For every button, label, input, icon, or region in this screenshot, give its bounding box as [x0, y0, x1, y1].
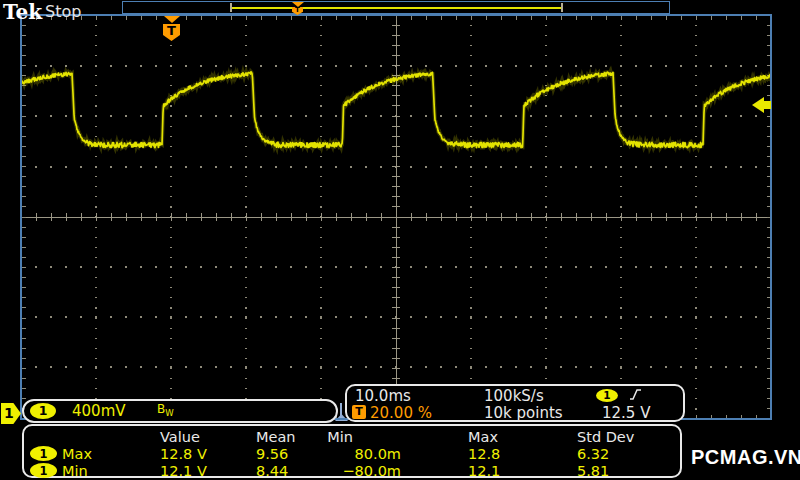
col-header-min: Min [279, 429, 401, 445]
ch1-badge: 1 [30, 463, 57, 478]
measurement-max: 12.8 [468, 446, 500, 462]
record-trigger-t-icon: T [292, 7, 303, 15]
trigger-t-icon: T [352, 405, 366, 419]
bandwidth-limit-icon: BW [157, 402, 174, 418]
measurement-row-min: 1 Min 12.1 V 8.44 −80.0m 12.1 5.81 [24, 463, 680, 479]
time-per-div-readout: 10.0ms [355, 387, 411, 405]
ch1-readout-box: 1 400mV BW [22, 399, 338, 423]
graticule-grid [21, 15, 771, 419]
pcmag-watermark: PCMAG.VN [691, 446, 800, 469]
trigger-level-readout: 12.5 V [602, 404, 650, 422]
trigger-level-arrow[interactable] [751, 96, 773, 114]
record-view-bar[interactable]: T [122, 1, 670, 14]
measurement-header-row: Value Mean Min Max Std Dev [24, 429, 680, 445]
col-header-stddev: Std Dev [577, 429, 634, 445]
measurement-table: Value Mean Min Max Std Dev 1 Max 12.8 V … [22, 424, 682, 478]
acquisition-status: Stop [45, 2, 81, 21]
ch1-badge: 1 [30, 446, 57, 461]
trigger-position-marker[interactable]: T [163, 16, 180, 41]
left-arrow-icon [752, 97, 771, 113]
ch1-badge: 1 [30, 403, 56, 419]
record-trigger-arrow-icon [292, 2, 304, 7]
record-trigger-marker[interactable]: T [292, 2, 304, 15]
measurement-row-max: 1 Max 12.8 V 9.56 80.0m 12.8 6.32 [24, 446, 680, 462]
trigger-position-t-icon: T [163, 24, 180, 41]
record-window-segment [232, 7, 562, 9]
horizontal-trigger-readout-box: 10.0ms T 20.00 % 100kS/s 10k points 1 12… [345, 384, 685, 422]
col-header-max: Max [468, 429, 498, 445]
measurement-value: 12.1 V [160, 463, 207, 479]
record-window-bracket-left [230, 3, 232, 12]
measurement-min: −80.0m [279, 463, 401, 479]
sample-rate-readout: 100kS/s [484, 387, 544, 405]
measurement-stddev: 5.81 [577, 463, 609, 479]
trigger-position-readout: 20.00 % [370, 404, 432, 422]
measurement-value: 12.8 V [160, 446, 207, 462]
record-length-readout: 10k points [484, 404, 563, 422]
measurement-name: Max [62, 446, 92, 462]
measurement-name: Min [62, 463, 88, 479]
measurement-stddev: 6.32 [577, 446, 609, 462]
tek-logo: Tek [3, 0, 42, 24]
measurement-max: 12.1 [468, 463, 500, 479]
measurement-min: 80.0m [279, 446, 401, 462]
ch1-scale-readout: 400mV [72, 402, 126, 420]
record-window-bracket-right [561, 3, 563, 12]
trigger-source-badge: 1 [596, 389, 618, 402]
trigger-position-arrow-icon [164, 16, 180, 23]
col-header-value: Value [160, 429, 200, 445]
rising-edge-slope-icon [628, 387, 643, 402]
